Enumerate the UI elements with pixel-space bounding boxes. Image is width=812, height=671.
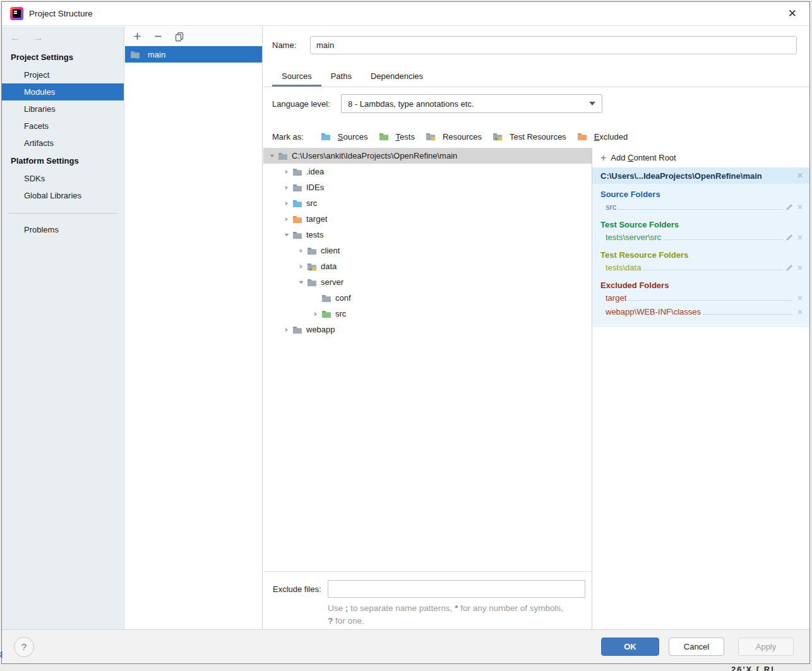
module-item-main[interactable]: main: [125, 46, 262, 63]
sidebar-list: Project SettingsProjectModulesLibrariesF…: [2, 48, 124, 238]
tree-expanded-arrow-icon[interactable]: [296, 277, 307, 287]
content-root-path: C:\Users\...IdeaProjects\OpenRefine\main: [600, 171, 762, 181]
tree-node-data[interactable]: data: [263, 258, 592, 274]
tree-collapsed-arrow-icon[interactable]: [296, 262, 307, 272]
tree-collapsed-arrow-icon[interactable]: [310, 309, 321, 319]
add-module-icon[interactable]: [132, 31, 143, 42]
group-title-excluded-folders: Excluded Folders: [592, 275, 809, 291]
mark-as-items: SourcesTestsResourcesTest ResourcesExclu…: [321, 131, 628, 142]
tree-node-src[interactable]: src: [263, 195, 592, 211]
mark-as-sources[interactable]: Sources: [321, 131, 368, 142]
tree-expanded-arrow-icon[interactable]: [281, 230, 292, 240]
sidebar-item-libraries[interactable]: Libraries: [2, 100, 124, 118]
chevron-down-icon: [589, 102, 595, 106]
mark-as-label-excluded: Excluded: [594, 132, 628, 142]
tree-node-label: webapp: [306, 325, 335, 334]
language-level-dropdown[interactable]: 8 - Lambdas, type annotations etc.: [341, 94, 602, 113]
project-structure-dialog: Project Structure ✕ ← → Project Settings…: [1, 1, 810, 664]
gray-folder-icon: [307, 277, 317, 287]
remove-folder-icon[interactable]: ✕: [797, 294, 803, 303]
mark-as-label: Mark as:: [272, 132, 304, 142]
back-arrow-icon[interactable]: ←: [10, 32, 21, 43]
sidebar-item-problems[interactable]: Problems: [2, 221, 124, 238]
dotted-line: [663, 239, 783, 240]
excluded-folder-icon: [577, 131, 587, 142]
tab-sources[interactable]: Sources: [272, 66, 321, 87]
sidebar-item-artifacts[interactable]: Artifacts: [2, 135, 124, 152]
close-icon[interactable]: ✕: [788, 8, 797, 19]
module-list-panel: main: [125, 27, 263, 629]
remove-folder-icon[interactable]: ✕: [797, 308, 803, 317]
tree-node-conf[interactable]: conf: [263, 290, 592, 306]
sidebar-item-facets[interactable]: Facets: [2, 118, 124, 135]
mark-as-tests[interactable]: Tests: [379, 131, 415, 142]
module-icon: [130, 49, 140, 59]
background-artifact-left: 8: [0, 650, 3, 662]
forward-arrow-icon[interactable]: →: [33, 32, 44, 43]
tree-collapsed-arrow-icon[interactable]: [296, 246, 307, 256]
folder-entry-tests-server-src: tests\server\src✕: [606, 231, 803, 244]
tree-collapsed-arrow-icon[interactable]: [281, 325, 292, 335]
tree-node-c-users-ankit-ideaprojects-openrefine-main[interactable]: C:\Users\ankit\IdeaProjects\OpenRefine\m…: [263, 148, 592, 164]
sidebar-item-project[interactable]: Project: [2, 66, 124, 83]
content-tree: C:\Users\ankit\IdeaProjects\OpenRefine\m…: [263, 148, 592, 571]
tree-node-server[interactable]: server: [263, 274, 592, 290]
exclude-files-input[interactable]: [328, 580, 585, 598]
mark-as-label-tests: Tests: [396, 132, 415, 142]
tests-folder-icon: [379, 131, 389, 142]
folder-entry-path: src: [606, 202, 616, 212]
tree-node-idea[interactable]: .idea: [263, 164, 592, 179]
tree-expanded-arrow-icon[interactable]: [266, 151, 278, 161]
title-bar: Project Structure ✕: [2, 2, 809, 26]
tree-collapsed-arrow-icon[interactable]: [281, 198, 292, 209]
sidebar-item-sdks[interactable]: SDKs: [2, 170, 124, 187]
remove-content-root-icon[interactable]: ✕: [797, 171, 803, 180]
help-button[interactable]: ?: [14, 637, 34, 657]
tree-node-src[interactable]: src: [263, 306, 592, 322]
sidebar-item-global-libraries[interactable]: Global Libraries: [2, 187, 124, 204]
tree-spacer: [310, 293, 321, 303]
copy-module-icon[interactable]: [174, 31, 184, 42]
tree-collapsed-arrow-icon[interactable]: [281, 214, 292, 224]
tree-node-label: tests: [306, 230, 323, 239]
mark-as-resources[interactable]: Resources: [426, 131, 482, 142]
sidebar-section-header-project-settings: Project Settings: [2, 48, 124, 66]
remove-module-icon[interactable]: [153, 31, 164, 42]
tree-node-client[interactable]: client: [263, 243, 592, 258]
sidebar-item-modules[interactable]: Modules: [2, 83, 124, 100]
folder-groups: Source Folderssrc✕Test Source Folderstes…: [592, 184, 809, 327]
tree-node-webapp[interactable]: webapp: [263, 322, 592, 337]
remove-folder-icon[interactable]: ✕: [797, 233, 803, 242]
gray-folder-icon: [292, 230, 302, 240]
remove-folder-icon[interactable]: ✕: [797, 203, 803, 212]
tree-node-ides[interactable]: IDEs: [263, 179, 592, 195]
tree-collapsed-arrow-icon[interactable]: [281, 183, 292, 193]
language-level-label: Language level:: [272, 99, 341, 109]
edit-pencil-icon[interactable]: [785, 233, 794, 242]
folder-entry-path: tests\server\src: [606, 233, 661, 242]
tab-dependencies[interactable]: Dependencies: [361, 66, 433, 87]
cancel-button[interactable]: Cancel: [669, 638, 724, 656]
apply-button[interactable]: Apply: [738, 638, 794, 656]
edit-pencil-icon[interactable]: [785, 202, 794, 212]
language-level-value: 8 - Lambdas, type annotations etc.: [348, 99, 474, 109]
mark-as-label-resources: Resources: [443, 132, 482, 142]
add-content-root-button[interactable]: + Add Content Root: [592, 148, 809, 167]
sidebar-section-header-platform-settings: Platform Settings: [2, 152, 124, 170]
exclude-files-label: Exclude files:: [273, 584, 328, 594]
folder-entry-path: webapp\WEB-INF\classes: [606, 307, 701, 317]
tree-node-target[interactable]: target: [263, 211, 592, 227]
blue-folder-icon: [292, 198, 302, 209]
mark-as-test-resources[interactable]: Test Resources: [493, 131, 566, 142]
edit-pencil-icon[interactable]: [785, 263, 794, 272]
language-level-row: Language level: 8 - Lambdas, type annota…: [272, 94, 602, 113]
ok-button[interactable]: OK: [601, 638, 659, 656]
tree-node-label: IDEs: [306, 183, 324, 192]
name-input[interactable]: [310, 36, 797, 54]
tab-paths[interactable]: Paths: [321, 66, 361, 87]
tree-collapsed-arrow-icon[interactable]: [281, 167, 292, 177]
mark-as-excluded[interactable]: Excluded: [577, 131, 628, 142]
tree-node-tests[interactable]: tests: [263, 227, 592, 243]
dotted-line: [643, 270, 783, 270]
remove-folder-icon[interactable]: ✕: [797, 263, 803, 272]
